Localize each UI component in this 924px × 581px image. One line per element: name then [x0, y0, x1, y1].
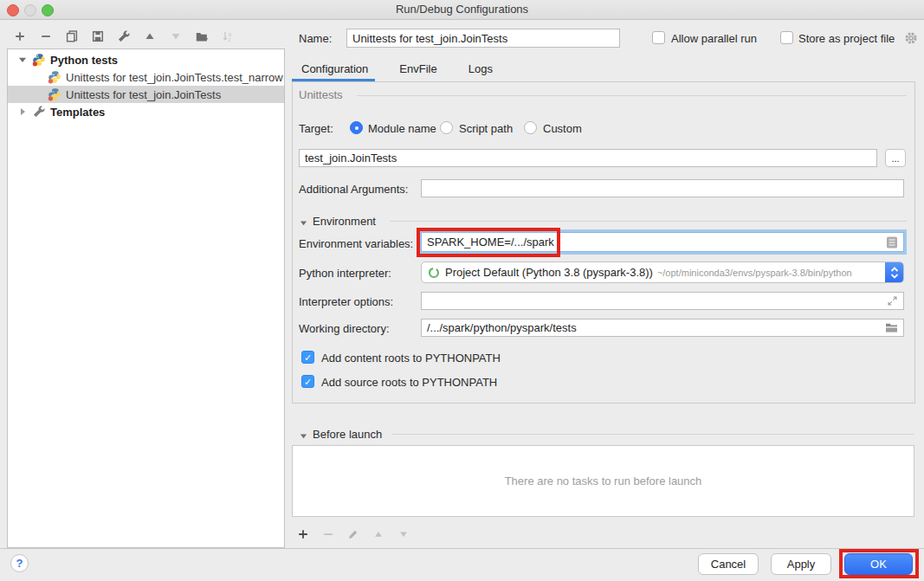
tree-item-test-narrow[interactable]: Unittests for test_join.JoinTests.test_n…: [8, 68, 284, 86]
before-launch-section-label[interactable]: Before launch: [313, 428, 382, 441]
save-icon[interactable]: [90, 29, 105, 43]
environment-section-line: [390, 221, 907, 222]
additional-arguments-label: Additional Arguments:: [299, 183, 408, 196]
before-launch-empty-text: There are no tasks to run before launch: [505, 474, 702, 487]
tree-item-label: Templates: [50, 106, 105, 119]
move-down-icon[interactable]: [168, 29, 183, 43]
env-vars-highlight-box: [417, 228, 560, 257]
python-interpreter-label: Python interpreter:: [299, 267, 391, 280]
python-interpreter-path: ~/opt/miniconda3/envs/pyspark-3.8/bin/py…: [657, 268, 885, 278]
edit-variables-icon[interactable]: [886, 236, 898, 249]
sort-icon[interactable]: az: [220, 29, 235, 43]
before-launch-collapse-icon[interactable]: [300, 429, 307, 442]
unittests-section-line: [357, 95, 907, 96]
tree-item-label: Python tests: [50, 54, 118, 67]
target-input[interactable]: [299, 149, 877, 167]
footer-separator: [0, 548, 924, 549]
run-debug-configurations-dialog: Run/Debug Configurations az Python tests…: [0, 0, 924, 581]
window-title: Run/Debug Configurations: [0, 3, 924, 16]
python-interpreter-value: Project Default (Python 3.8 (pyspark-3.8…: [445, 266, 653, 279]
edit-templates-icon[interactable]: [116, 29, 131, 43]
python-test-config-icon: [48, 87, 61, 101]
add-content-roots-label: Add content roots to PYTHONPATH: [321, 352, 501, 365]
add-content-roots-checkbox[interactable]: ✓: [301, 351, 314, 364]
conda-env-icon: [428, 267, 440, 279]
interpreter-options-input[interactable]: [421, 292, 904, 310]
copy-icon[interactable]: [64, 29, 79, 43]
dropdown-stepper-icon[interactable]: [885, 262, 903, 282]
additional-arguments-input[interactable]: [421, 179, 904, 197]
browse-target-button[interactable]: ...: [885, 149, 906, 167]
expand-field-icon[interactable]: [887, 295, 898, 307]
name-input[interactable]: [346, 29, 620, 48]
working-directory-label: Working directory:: [299, 322, 390, 335]
add-icon[interactable]: [12, 29, 27, 43]
environment-collapse-icon[interactable]: [300, 216, 307, 229]
remove-icon[interactable]: [38, 29, 53, 43]
edit-task-icon[interactable]: [346, 526, 360, 541]
move-up-icon[interactable]: [142, 29, 157, 43]
store-as-project-file-checkbox[interactable]: [780, 31, 793, 44]
python-test-config-icon: [48, 70, 61, 84]
tree-item-label: Unittests for test_join.JoinTests: [66, 88, 221, 101]
tab-logs[interactable]: Logs: [459, 62, 502, 75]
working-directory-field[interactable]: /.../spark/python/pyspark/tests: [421, 319, 904, 337]
target-module-name-label[interactable]: Module name: [368, 122, 436, 135]
chevron-collapsed-icon[interactable]: [18, 107, 27, 116]
gear-icon[interactable]: [903, 30, 918, 45]
move-task-up-icon[interactable]: [371, 526, 385, 541]
python-interpreter-select[interactable]: Project Default (Python 3.8 (pyspark-3.8…: [421, 261, 904, 283]
new-folder-icon[interactable]: [194, 29, 209, 43]
add-task-icon[interactable]: [295, 526, 310, 541]
tree-item-label: Unittests for test_join.JoinTests.test_n…: [66, 71, 283, 84]
ok-highlight-box: [839, 549, 919, 578]
target-script-path-radio[interactable]: [440, 121, 453, 134]
tree-item-templates[interactable]: Templates: [8, 103, 284, 120]
configurations-toolbar: az: [12, 29, 235, 43]
remove-task-icon[interactable]: [320, 526, 335, 541]
titlebar[interactable]: Run/Debug Configurations: [0, 0, 924, 20]
target-script-path-label[interactable]: Script path: [459, 122, 513, 135]
target-custom-radio[interactable]: [524, 121, 537, 134]
tab-envfile[interactable]: EnvFile: [390, 62, 446, 75]
python-tests-icon: [32, 53, 46, 67]
before-launch-section-line: [391, 434, 914, 435]
svg-text:z: z: [228, 36, 230, 42]
store-as-project-file-label: Store as project file: [798, 32, 895, 45]
tree-item-jointests-selected[interactable]: Unittests for test_join.JoinTests: [8, 86, 284, 103]
name-label: Name:: [299, 32, 332, 45]
apply-button[interactable]: Apply: [771, 553, 831, 575]
target-label: Target:: [299, 122, 333, 135]
working-directory-value: /.../spark/python/pyspark/tests: [427, 321, 577, 334]
cancel-button[interactable]: Cancel: [698, 553, 759, 575]
browse-folder-icon[interactable]: [885, 322, 898, 333]
interpreter-options-label: Interpreter options:: [299, 295, 393, 308]
unittests-section-label: Unittests: [299, 88, 343, 101]
add-source-roots-label: Add source roots to PYTHONPATH: [321, 376, 497, 389]
tab-configuration[interactable]: Configuration: [292, 62, 378, 75]
environment-section-label[interactable]: Environment: [313, 215, 376, 228]
target-module-name-radio[interactable]: [350, 121, 363, 134]
tree-item-python-tests[interactable]: Python tests: [8, 51, 284, 68]
configurations-tree: Python tests Unittests for test_join.Joi…: [7, 48, 285, 548]
help-button[interactable]: ?: [10, 554, 29, 572]
environment-variables-label: Environment variables:: [299, 237, 413, 250]
allow-parallel-run-checkbox[interactable]: [652, 31, 665, 44]
target-custom-label[interactable]: Custom: [543, 122, 582, 135]
chevron-expanded-icon[interactable]: [18, 55, 27, 64]
move-task-down-icon[interactable]: [396, 526, 410, 541]
add-source-roots-checkbox[interactable]: ✓: [301, 375, 314, 388]
before-launch-task-list[interactable]: There are no tasks to run before launch: [292, 445, 914, 517]
templates-wrench-icon: [32, 105, 46, 119]
tab-bar: Configuration EnvFile Logs: [292, 57, 502, 80]
before-launch-toolbar: [295, 526, 410, 541]
allow-parallel-run-label: Allow parallel run: [671, 32, 757, 45]
